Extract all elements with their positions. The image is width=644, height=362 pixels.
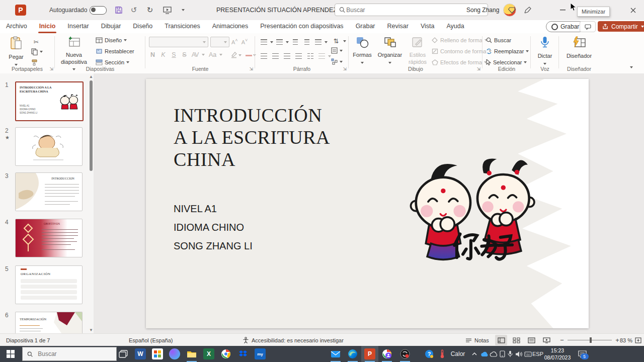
grow-font-button[interactable]: A˄ [231,38,238,45]
scroll-down-icon[interactable]: ▼ [89,328,94,332]
shape-effects-button[interactable]: Efectos de forma [432,59,487,65]
help-tray-icon[interactable]: ? [422,346,437,362]
file-explorer-taskbar-icon[interactable] [183,346,200,362]
comments-button[interactable] [580,21,596,32]
justify-button[interactable] [293,51,304,61]
close-button[interactable] [622,0,644,20]
text-highlight-button[interactable] [316,51,327,61]
fit-slide-button[interactable] [635,334,641,346]
thumbnail-slide-5[interactable]: ORGANIZACIÓN [15,265,83,304]
reading-view-button[interactable] [525,335,537,345]
numbering-button[interactable] [274,37,285,47]
bold-button[interactable]: N [149,51,156,58]
zoom-out-button[interactable]: − [559,336,565,344]
shapes-button[interactable]: Formas [350,35,374,66]
weather-label[interactable]: Calor [448,346,468,362]
select-button[interactable]: Seleccionar [486,59,527,65]
tab-animaciones[interactable]: Animaciones [206,20,255,33]
normal-view-button[interactable] [495,335,507,345]
chrome-taskbar-icon[interactable] [217,346,234,362]
tab-vista[interactable]: Vista [415,20,441,33]
scroll-up-icon[interactable]: ▲ [89,74,94,79]
find-button[interactable]: Buscar [486,37,511,43]
tab-dibujar[interactable]: Dibujar [95,20,127,33]
thumbnail-slide-1[interactable]: INTRODUCCIÓN A LA ESCRITURA CHINA NIVEL … [15,81,84,121]
tab-diseno[interactable]: Diseño [127,20,158,33]
thumbnail-slide-6[interactable]: TEMPORIZACIÓN [15,312,83,334]
undo-icon[interactable]: ↺ [128,4,140,16]
speaker-tray-icon[interactable] [514,346,524,362]
align-center-button[interactable] [270,51,281,61]
dropbox-taskbar-icon[interactable] [234,346,252,362]
shrink-font-button[interactable]: A˅ [242,38,248,45]
thumbnail-scrollbar[interactable]: ▲ ▼ [89,73,94,333]
titlebar-search-box[interactable] [335,4,488,16]
slide-sorter-view-button[interactable] [510,335,522,345]
chinese-dolls-image[interactable] [400,152,541,267]
task-view-button[interactable] [115,346,132,362]
search-input[interactable] [345,6,484,14]
align-left-button[interactable] [259,51,269,61]
slideshow-view-button[interactable] [540,335,552,345]
tab-archivo[interactable]: Archivo [0,20,33,33]
blue-app-taskbar-icon[interactable]: my [252,346,269,362]
format-painter-button[interactable] [31,59,38,66]
zoom-slider-thumb[interactable] [590,337,592,343]
highlight-button[interactable] [230,51,237,59]
thumbnail-slide-2[interactable] [15,127,83,166]
tab-presentacion[interactable]: Presentación con diapositivas [254,20,349,33]
font-color-button[interactable] [246,55,252,56]
record-button[interactable]: Grabar [546,21,585,32]
edge-taskbar-icon[interactable] [344,346,361,362]
clipboard-dialog-launcher[interactable]: ⇲ [49,66,53,71]
tab-insertar[interactable]: Insertar [61,20,95,33]
cut-button[interactable]: ✂ [31,37,41,47]
start-button[interactable] [2,346,19,362]
kerning-button[interactable]: AV [191,51,199,58]
taskbar-search-box[interactable] [22,347,117,361]
zoom-level[interactable]: 83 % [620,334,632,346]
clock[interactable]: 15:23 08/07/2023 [542,346,573,362]
powerpoint-taskbar-icon[interactable]: P [361,346,378,362]
font-name-combo[interactable] [149,37,208,47]
columns-button[interactable] [305,51,315,61]
layout-button[interactable]: Diseño [96,37,127,43]
scrollbar-thumb[interactable] [90,80,93,171]
reset-button[interactable]: Restablecer [96,48,134,54]
thumbnail-slide-3[interactable]: INTRODUCCION [15,172,83,211]
office-taskbar-icon[interactable] [149,346,166,362]
accessibility-status[interactable]: Accesibilidad: es necesario investigar [243,334,344,346]
thermometer-icon[interactable] [437,346,448,362]
shape-fill-button[interactable]: Relleno de forma [432,37,488,43]
zoom-in-button[interactable]: + [615,336,620,344]
language-status[interactable]: Español (España) [129,334,173,346]
strikethrough-button[interactable]: S [181,51,188,58]
underline-button[interactable]: S [170,51,178,58]
slide-title[interactable]: INTRODUCCIÓN A LA ESCRITURA CHINA [174,104,330,170]
autosave-toggle[interactable] [90,6,107,15]
taskbar-search-input[interactable] [37,350,112,358]
line-spacing-button[interactable] [313,37,324,47]
powerpoint-app-icon[interactable]: P [15,5,26,16]
notes-button[interactable]: Notas [465,334,489,346]
tab-grabar[interactable]: Grabar [350,20,381,33]
redo-icon[interactable]: ↻ [144,4,156,16]
onedrive-tray-icon[interactable] [479,346,489,362]
tab-ayuda[interactable]: Ayuda [440,20,470,33]
collapse-ribbon-button[interactable] [630,62,633,71]
convert-smartart-button[interactable] [331,58,343,65]
quick-styles-button[interactable]: Estilos rápidos [406,35,430,65]
tray-expand-chevron-icon[interactable] [470,346,479,362]
slide-editing-surface[interactable]: INTRODUCCIÓN A LA ESCRITURA CHINA NIVEL … [146,79,589,328]
designer-button[interactable]: Diseñador [562,35,596,60]
drawing-dialog-launcher[interactable]: ⇲ [476,66,480,71]
tab-revisar[interactable]: Revisar [381,20,415,33]
text-direction-button[interactable]: ⇅ [331,36,346,46]
thumbnail-slide-4[interactable]: OBJETIVOS [15,219,83,257]
save-icon[interactable] [113,4,125,16]
change-case-button[interactable]: Aa [209,51,216,58]
premium-icon[interactable] [506,4,518,16]
bullets-button[interactable] [259,37,269,47]
font-dialog-launcher[interactable]: ⇲ [249,66,253,71]
pen-mode-icon[interactable] [521,4,533,16]
